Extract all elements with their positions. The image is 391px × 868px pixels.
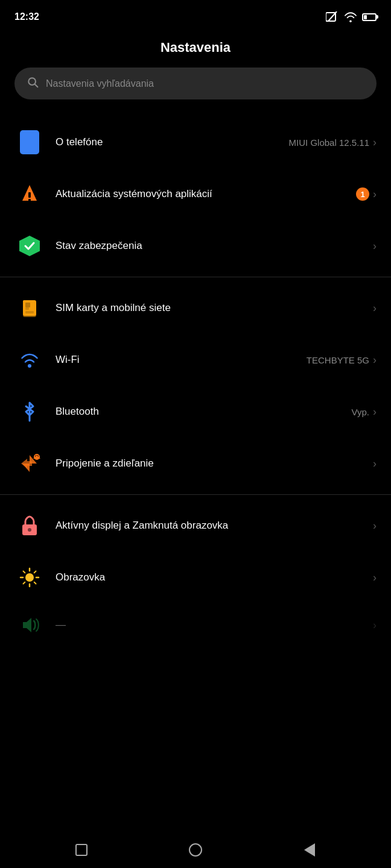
volume-partial-content: — [56,618,373,632]
volume-icon [14,610,45,640]
wifi-value: TECHBYTE 5G [307,355,369,365]
volume-partial-right: › [373,619,377,632]
svg-point-14 [28,364,31,368]
security-content: Stav zabezpečenia [56,239,373,253]
settings-item-lock-screen[interactable]: Aktívny displej a Zamknutá obrazovka › [0,500,391,552]
about-phone-value: MIUI Global 12.5.11 [289,137,369,148]
connection-sharing-right: › [373,458,377,470]
about-phone-content: O telefóne [56,136,289,149]
search-placeholder: Nastavenia vyhľadávania [46,78,154,89]
connection-sharing-label: Pripojenie a zdieľanie [56,457,373,470]
sim-content: SIM karty a mobilné siete [56,301,373,315]
lock-screen-right: › [373,520,377,532]
lock-screen-content: Aktívny displej a Zamknutá obrazovka [56,519,373,532]
svg-line-27 [34,571,36,573]
lock-screen-label: Aktívny displej a Zamknutá obrazovka [56,519,373,532]
chevron-icon: › [373,302,377,315]
system-update-label: Aktualizácia systémových aplikácií [56,187,356,201]
bluetooth-value: Vyp. [352,407,369,417]
svg-line-25 [24,571,25,573]
chevron-icon: › [373,406,377,418]
screen-label: Obrazovka [56,571,373,584]
page-title: Nastavenia [0,30,391,68]
screen-content: Obrazovka [56,571,373,584]
settings-item-wifi[interactable]: Wi-Fi TECHBYTE 5G › [0,334,391,386]
block-icon [326,11,339,22]
svg-line-3 [35,84,38,87]
chevron-icon: › [373,458,377,470]
home-button[interactable] [183,838,208,862]
divider-1 [0,277,391,277]
svg-marker-7 [19,236,40,256]
settings-item-bluetooth[interactable]: Bluetooth Vyp. › [0,386,391,438]
chevron-icon: › [373,188,377,201]
svg-line-26 [34,582,36,584]
settings-group-display: Aktívny displej a Zamknutá obrazovka › O… [0,500,391,647]
settings-item-sim[interactable]: SIM karty a mobilné siete › [0,282,391,334]
recents-button[interactable] [69,838,94,862]
search-icon [27,76,39,91]
svg-point-19 [28,528,31,532]
battery-body [362,13,377,21]
svg-point-20 [25,573,34,582]
system-update-content: Aktualizácia systémových aplikácií [56,187,356,201]
back-button[interactable] [297,838,322,862]
search-bar[interactable]: Nastavenia vyhľadávania [14,68,377,99]
about-phone-label: O telefóne [56,136,289,149]
lock-icon [14,511,45,541]
bluetooth-content: Bluetooth [56,405,352,418]
volume-partial-label: — [56,618,373,632]
connection-sharing-content: Pripojenie a zdieľanie [56,457,373,470]
share-icon [14,448,45,479]
chevron-icon: › [373,240,377,253]
update-badge: 1 [356,187,369,201]
bluetooth-icon [14,397,45,427]
about-phone-right: MIUI Global 12.5.11 › [289,136,377,149]
status-time: 12:32 [14,11,39,22]
chevron-icon: › [373,520,377,532]
security-icon [14,231,45,261]
settings-group-system: O telefóne MIUI Global 12.5.11 › Aktuali… [0,116,391,272]
wifi-status-icon [344,11,357,22]
settings-item-volume-partial[interactable]: — › [0,603,391,647]
settings-item-screen[interactable]: Obrazovka › [0,552,391,603]
wifi-content: Wi-Fi [56,353,307,366]
chevron-icon: › [373,136,377,149]
svg-rect-13 [23,301,36,317]
sun-icon [14,562,45,593]
status-icons [326,11,377,22]
svg-line-28 [24,582,25,584]
sim-icon [14,293,45,323]
chevron-icon: › [373,571,377,584]
screen-right: › [373,571,377,584]
battery-fill [364,15,367,19]
status-bar: 12:32 [0,0,391,30]
svg-rect-5 [28,192,31,198]
bluetooth-label: Bluetooth [56,405,352,418]
chevron-icon: › [373,619,377,632]
settings-item-about-phone[interactable]: O telefóne MIUI Global 12.5.11 › [0,116,391,168]
sim-right: › [373,302,377,315]
bluetooth-right: Vyp. › [352,406,377,418]
update-icon [14,179,45,209]
settings-group-connectivity: SIM karty a mobilné siete › Wi-Fi TECHBY… [0,282,391,489]
chevron-icon: › [373,354,377,366]
phone-icon [14,127,45,157]
sim-label: SIM karty a mobilné siete [56,301,373,315]
security-label: Stav zabezpečenia [56,239,373,253]
settings-item-connection-sharing[interactable]: Pripojenie a zdieľanie › [0,438,391,489]
home-icon [189,843,202,857]
wifi-right: TECHBYTE 5G › [307,354,377,366]
wifi-label: Wi-Fi [56,353,307,366]
settings-item-system-update[interactable]: Aktualizácia systémových aplikácií 1 › [0,168,391,220]
svg-rect-6 [28,199,31,201]
bottom-nav [0,832,391,868]
recents-icon [75,844,87,856]
back-icon [304,843,315,857]
wifi-icon [14,345,45,375]
security-right: › [373,240,377,253]
system-update-right: 1 › [356,187,377,201]
settings-item-security[interactable]: Stav zabezpečenia › [0,220,391,272]
divider-2 [0,494,391,495]
battery-icon [362,13,377,21]
